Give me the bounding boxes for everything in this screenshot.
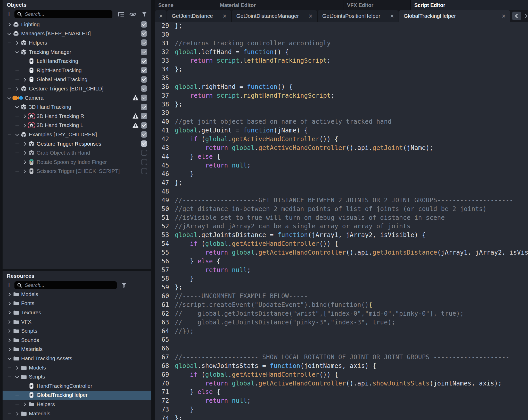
tree-row[interactable]: Tracking Manager — [3, 47, 151, 57]
resources-search-input[interactable] — [24, 282, 114, 288]
tree-row[interactable]: PRotate Spoon by Index Finger — [3, 157, 151, 167]
tree-row[interactable]: Scripts — [3, 372, 151, 381]
visibility-checkbox[interactable] — [141, 168, 147, 174]
close-icon[interactable]: × — [223, 13, 227, 19]
close-icon[interactable]: × — [492, 13, 506, 19]
expand-arrow-icon[interactable] — [21, 149, 28, 156]
visibility-checkbox[interactable] — [141, 39, 147, 46]
file-tab[interactable]: GlobalTrackingHelper× — [399, 10, 510, 22]
expand-arrow-icon[interactable] — [13, 131, 20, 138]
tree-row[interactable]: Helpers — [3, 38, 151, 47]
expand-arrow-icon[interactable] — [21, 122, 28, 129]
expand-arrow-icon[interactable] — [21, 159, 28, 165]
visibility-checkbox[interactable] — [141, 85, 147, 92]
tree-row[interactable]: Models — [3, 363, 151, 372]
expand-arrow-icon[interactable] — [6, 309, 12, 316]
tree-row[interactable]: Gesture Trigger Responses — [3, 139, 151, 148]
tree-row[interactable]: RightHandTracking — [3, 66, 151, 75]
expand-arrow-icon[interactable] — [21, 113, 28, 120]
expand-arrow-icon[interactable] — [21, 76, 28, 83]
tree-row[interactable]: Models — [3, 290, 151, 299]
tree-row[interactable]: Hand Gesture Presets [TRY_PREFABS] — [3, 418, 151, 420]
tree-row[interactable]: Materials — [3, 409, 151, 418]
tree-row[interactable]: Fonts — [3, 299, 151, 308]
file-tab[interactable]: GetJointsPositionHelper× — [317, 10, 399, 22]
filter-icon[interactable] — [120, 282, 127, 288]
tree-row[interactable]: Helpers — [3, 400, 151, 409]
tree-list-icon[interactable] — [118, 11, 125, 17]
file-tab[interactable]: GetJointDistance× — [167, 10, 231, 22]
panel-tab-script-editor[interactable]: Script Editor — [411, 0, 528, 10]
expand-arrow-icon[interactable] — [6, 327, 12, 334]
expand-arrow-icon[interactable] — [21, 168, 28, 174]
panel-tab-scene[interactable]: Scene — [155, 0, 216, 10]
tree-row[interactable]: 3D Hand Tracking — [3, 102, 151, 112]
tree-row[interactable]: VFX — [3, 317, 151, 326]
tree-row[interactable]: Examples [TRY_CHILDREN] — [3, 130, 151, 139]
objects-search-input[interactable] — [24, 11, 110, 17]
expand-arrow-icon[interactable] — [6, 21, 12, 28]
tree-row[interactable]: HandTrackingController — [3, 381, 151, 391]
expand-arrow-icon[interactable] — [6, 337, 12, 343]
visibility-checkbox[interactable] — [141, 49, 147, 55]
close-icon[interactable]: × — [309, 13, 312, 19]
tree-row[interactable]: Camera — [3, 93, 151, 103]
tree-row[interactable]: GlobalTrackingHelper — [3, 391, 151, 400]
visibility-checkbox[interactable] — [141, 104, 147, 110]
resources-search-box[interactable] — [14, 281, 117, 289]
visibility-checkbox[interactable] — [141, 140, 147, 147]
expand-arrow-icon[interactable] — [6, 95, 12, 101]
visibility-checkbox[interactable] — [141, 67, 147, 73]
expand-arrow-icon[interactable] — [13, 410, 20, 417]
panel-tab-vfx-editor[interactable]: VFX Editor — [343, 0, 411, 10]
tree-row[interactable]: 3D Hand Tracking R — [3, 112, 151, 121]
tree-row[interactable]: Sounds — [3, 335, 151, 345]
visibility-checkbox[interactable] — [141, 131, 147, 138]
code-editor[interactable]: 29};3031//returns tracking controller ac… — [155, 22, 528, 420]
expand-arrow-icon[interactable] — [13, 104, 20, 110]
add-resource-button[interactable]: + — [6, 281, 12, 289]
tree-row[interactable]: Scripts — [3, 326, 151, 335]
expand-arrow-icon[interactable] — [6, 355, 12, 362]
visibility-checkbox[interactable] — [141, 30, 147, 37]
tree-row[interactable]: Managers [KEEP_ENABLED] — [3, 29, 151, 38]
eye-icon[interactable] — [129, 11, 136, 17]
objects-search-box[interactable] — [14, 10, 112, 18]
expand-arrow-icon[interactable] — [21, 401, 28, 408]
scroll-tabs-right-button[interactable] — [521, 12, 528, 20]
tree-row[interactable]: Textures — [3, 308, 151, 317]
close-icon[interactable]: × — [159, 13, 163, 19]
visibility-checkbox[interactable] — [141, 76, 147, 83]
visibility-checkbox[interactable] — [141, 113, 147, 119]
expand-arrow-icon[interactable] — [6, 346, 12, 352]
tree-row[interactable]: Hand Tracking Assets — [3, 354, 151, 363]
clipped-file-tab[interactable]: × — [155, 10, 167, 22]
visibility-checkbox[interactable] — [141, 21, 147, 28]
expand-arrow-icon[interactable] — [6, 318, 12, 325]
tree-row[interactable]: Scissors Trigger [CHECK_SCRIPT] — [3, 167, 151, 176]
expand-arrow-icon[interactable] — [13, 49, 20, 55]
expand-arrow-icon[interactable] — [6, 300, 12, 307]
tree-row[interactable]: Gesture Triggers [EDIT_CHILD] — [3, 84, 151, 93]
tree-row[interactable]: 3D Hand Tracking L — [3, 121, 151, 130]
scroll-tabs-left-button[interactable] — [512, 12, 521, 20]
expand-arrow-icon[interactable] — [13, 85, 20, 92]
expand-arrow-icon[interactable] — [21, 140, 28, 147]
expand-arrow-icon[interactable] — [13, 373, 20, 380]
expand-arrow-icon[interactable] — [13, 364, 20, 371]
file-tab[interactable]: GetJointDistanceManager× — [231, 10, 317, 22]
visibility-checkbox[interactable] — [141, 159, 147, 165]
visibility-checkbox[interactable] — [141, 95, 147, 101]
visibility-checkbox[interactable] — [141, 122, 147, 129]
expand-arrow-icon[interactable] — [6, 291, 12, 298]
close-icon[interactable]: × — [390, 13, 394, 19]
visibility-checkbox[interactable] — [141, 58, 147, 64]
tree-row[interactable]: Lighting — [3, 20, 151, 29]
tree-row[interactable]: LeftHandTracking — [3, 56, 151, 66]
tree-row[interactable]: Materials — [3, 345, 151, 354]
panel-tab-material-editor[interactable]: Material Editor — [216, 0, 343, 10]
tree-row[interactable]: Grab Object with Hand — [3, 148, 151, 157]
expand-arrow-icon[interactable] — [13, 39, 20, 46]
visibility-checkbox[interactable] — [141, 150, 147, 156]
filter-icon[interactable] — [141, 11, 148, 17]
